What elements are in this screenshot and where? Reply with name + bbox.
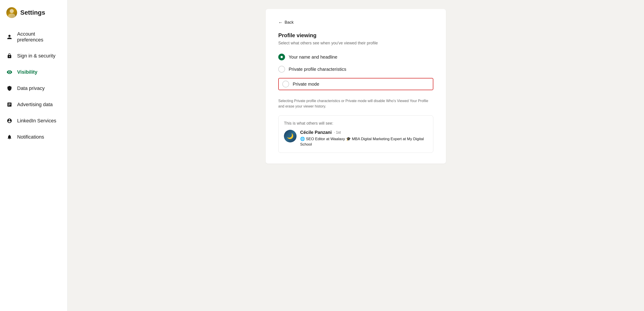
sidebar-item-label-sign-in-security: Sign in & security (17, 53, 56, 59)
back-button[interactable]: ← Back (278, 20, 294, 25)
sidebar-item-account-preferences[interactable]: Account preferences (0, 26, 67, 48)
section-subtitle: Select what others see when you've viewe… (278, 41, 433, 46)
sidebar-item-label-data-privacy: Data privacy (17, 86, 44, 91)
radio-label-private-characteristics: Private profile characteristics (289, 67, 346, 72)
sidebar-item-label-account-preferences: Account preferences (17, 31, 61, 43)
radio-option-private-mode[interactable]: Private mode (278, 78, 433, 90)
radio-label-name-headline: Your name and headline (289, 54, 337, 60)
person-circle-icon (6, 118, 12, 124)
bell-icon (6, 134, 12, 140)
preview-name-row: Cécile Panzani · 1st (300, 130, 428, 135)
radio-option-name-headline[interactable]: Your name and headline (278, 54, 433, 60)
section-title: Profile viewing (278, 32, 433, 38)
sidebar-item-notifications[interactable]: Notifications (0, 129, 67, 145)
person-icon (6, 34, 12, 40)
sidebar-item-label-notifications: Notifications (17, 134, 44, 140)
content-card: ← Back Profile viewing Select what other… (266, 9, 446, 164)
sidebar-item-label-advertising-data: Advertising data (17, 102, 53, 108)
radio-option-private-characteristics[interactable]: Private profile characteristics (278, 66, 433, 72)
sidebar-item-data-privacy[interactable]: Data privacy (0, 80, 67, 96)
sidebar-item-label-linkedin-services: LinkedIn Services (17, 118, 56, 124)
preview-profile: Cécile Panzani · 1st 🌐 SEO Editor at Waa… (284, 130, 428, 147)
sidebar: Settings Account preferences Sign in & s… (0, 0, 68, 311)
main-content: ← Back Profile viewing Select what other… (68, 0, 644, 311)
disclaimer-text: Selecting Private profile characteristic… (278, 98, 433, 109)
back-arrow-icon: ← (278, 20, 283, 25)
eye-icon (6, 69, 12, 75)
preview-avatar (284, 130, 296, 142)
sidebar-item-sign-in-security[interactable]: Sign in & security (0, 48, 67, 64)
chart-icon (6, 102, 12, 108)
lock-icon (6, 53, 12, 59)
preview-card: This is what others will see: Cécile Pan… (278, 116, 433, 153)
preview-name: Cécile Panzani (300, 130, 332, 135)
sidebar-item-visibility[interactable]: Visibility (0, 64, 67, 80)
back-label: Back (284, 20, 294, 25)
radio-group: Your name and headline Private profile c… (278, 54, 433, 90)
sidebar-nav: Account preferences Sign in & security V… (0, 26, 67, 145)
radio-circle-name-headline (278, 54, 285, 60)
sidebar-header: Settings (0, 7, 67, 26)
avatar (6, 7, 17, 18)
preview-info: Cécile Panzani · 1st 🌐 SEO Editor at Waa… (300, 130, 428, 147)
sidebar-item-linkedin-services[interactable]: LinkedIn Services (0, 113, 67, 129)
settings-title: Settings (20, 9, 45, 16)
preview-label: This is what others will see: (284, 121, 428, 126)
radio-circle-private-mode (282, 81, 289, 88)
radio-label-private-mode: Private mode (293, 82, 319, 87)
preview-headline: 🌐 SEO Editor at Waalaxy 🎓 MBA Digital Ma… (300, 136, 428, 147)
shield-icon (6, 85, 12, 92)
preview-connection: · 1st (334, 130, 341, 134)
sidebar-item-advertising-data[interactable]: Advertising data (0, 96, 67, 113)
radio-circle-private-characteristics (278, 66, 285, 72)
sidebar-item-label-visibility: Visibility (17, 69, 38, 75)
